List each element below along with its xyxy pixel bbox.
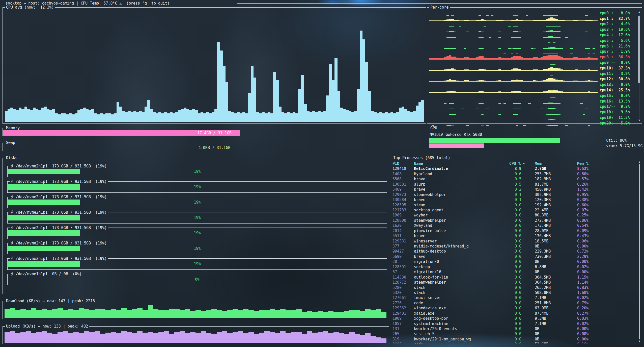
- disk-legend: /dev/nvme2n1p1 173.0GB / 931.5GB (19%): [10, 241, 108, 245]
- process-row[interactable]: 130584brave0.1120.3MB0.38%: [393, 197, 635, 202]
- process-name: nvidia-modeset/kthread_q: [414, 244, 505, 249]
- process-cpu: 0.0: [505, 239, 525, 244]
- process-row[interactable]: 5320slack0.0508.8MB1.60%: [393, 290, 635, 295]
- process-row[interactable]: 128772steamwebhelper0.0364.5MB1.14%: [393, 280, 635, 285]
- download-title: Download (KB/s) — now: 143 | peak: 2215: [5, 299, 96, 303]
- disk-box: /dev/nvme2n1p1 173.0GB / 931.5GB (19%)19…: [7, 210, 387, 224]
- process-pid: 1989: [393, 213, 414, 218]
- process-row[interactable]: 114330outlook-for-lin0.0364.5MB1.15%: [393, 275, 635, 280]
- scroll-down-icon[interactable]: ▼: [638, 340, 641, 343]
- process-mem: 51.6MB: [525, 342, 568, 343]
- process-row[interactable]: 5469brave0.2450.9MB1.42%: [393, 187, 635, 192]
- core-label: cpu1 ↓32.7%: [600, 16, 630, 21]
- core-sparkline: [429, 121, 598, 126]
- scroll-down-icon[interactable]: ▼: [637, 119, 641, 122]
- process-mem-pct: 0.00%: [568, 259, 635, 264]
- scroll-up-icon[interactable]: ▲: [638, 161, 641, 164]
- process-row[interactable]: 1057systemd-machine0.07.1MB0.02%: [393, 321, 635, 326]
- process-mem: 81.7MB: [525, 182, 568, 187]
- scrollbar-track[interactable]: [639, 164, 640, 339]
- process-pid: 121783: [393, 208, 414, 213]
- process-pid: 99427: [393, 249, 414, 254]
- process-cpu: 0.0: [505, 285, 525, 290]
- core-label: cpu11↓3.9%: [600, 71, 630, 76]
- core-sparkline: [429, 27, 598, 32]
- process-pid: 129073: [393, 192, 414, 197]
- scrollbar-thumb[interactable]: [638, 16, 640, 83]
- process-row[interactable]: 121783socktop_agent0.022.4MB0.07%: [393, 208, 635, 213]
- core-sparkline: [429, 115, 598, 120]
- disk-legend: /dev/nvme2n1p1 173.0GB / 931.5GB (19%): [10, 180, 108, 183]
- process-row[interactable]: 67migration/160.00B0.00%: [393, 269, 635, 275]
- process-mem: 302.9MB: [525, 192, 568, 197]
- process-row[interactable]: 1408Hyprland0.6255.7MB0.80%: [393, 171, 635, 177]
- process-row[interactable]: 129418RelicCardinal.e3.92.7GB8.53%: [393, 166, 635, 171]
- process-cpu: 0.5: [505, 177, 525, 182]
- core-label: cpu18↑9.6%: [600, 110, 630, 114]
- process-name: steamwebhelper: [414, 192, 505, 197]
- process-row[interactable]: 129073steamwebhelper0.1302.9MB0.95%: [393, 192, 635, 197]
- process-mem-pct: 0.02%: [568, 321, 635, 326]
- process-row[interactable]: 131kworker/26:0-events0.00B0.00%: [393, 326, 635, 331]
- process-name: socktop_agent: [414, 208, 505, 213]
- disk-usage-percent: 19%: [8, 215, 387, 220]
- process-pid: 129401: [393, 311, 414, 316]
- disk-box: /dev/nvme2n1p1 173.0GB / 931.5GB (19%)19…: [7, 257, 387, 270]
- desktop: { "colors": { "border": "#dde5ea", "text…: [0, 0, 644, 347]
- process-row[interactable]: 20migration/00.00B0.00%: [393, 259, 635, 264]
- process-row[interactable]: 5568brave0.5182.9MB0.57%: [393, 177, 635, 182]
- process-row[interactable]: 2726code0.0251.8MB0.79%: [393, 301, 635, 306]
- process-row[interactable]: 2683code0.051.6MB0.16%: [393, 342, 635, 343]
- process-row[interactable]: 128800steamwebhelper0.0272.4MB0.86%: [393, 218, 635, 223]
- process-mem-pct: 0.38%: [568, 197, 635, 202]
- process-row[interactable]: 130581slurp0.581.7MB0.26%: [393, 182, 635, 187]
- memory-panel: Memory 17.4GB / 31.1GB: [3, 126, 426, 136]
- process-row[interactable]: 129401xalia.exe0.087.4MB0.27%: [393, 311, 635, 316]
- process-row[interactable]: 1989waybar0.080.3MB0.25%: [393, 213, 635, 218]
- process-row[interactable]: 2014pipewire-pulse0.028.0MB0.09%: [393, 228, 635, 233]
- process-row[interactable]: 5511brave0.0136.4MB0.43%: [393, 233, 635, 238]
- process-row[interactable]: 265scsi_eh_50.00B0.00%: [393, 331, 635, 336]
- process-row[interactable]: 1909xdg-desktop-por0.09.3MB0.03%: [393, 316, 635, 321]
- core-label: cpu16↑13.5%: [600, 99, 630, 104]
- process-mem-pct: 0.25%: [568, 213, 635, 218]
- process-row[interactable]: 129362winedevice.exe0.063.0MB0.20%: [393, 306, 635, 311]
- core-row: cpu8 ↑86.3%: [429, 54, 634, 60]
- process-name: kworker/29:1-mm_percpu_wq: [414, 337, 505, 342]
- process-scrollbar[interactable]: ▲ ▼: [638, 161, 641, 343]
- process-mem: 87.4MB: [525, 311, 568, 316]
- col-mem-pct[interactable]: Mem %: [568, 161, 635, 166]
- core-row: cpu17--9.8%: [429, 104, 634, 110]
- process-row[interactable]: 377nvidia-modeset/kthread_q0.00B0.00%: [393, 244, 635, 249]
- process-row[interactable]: 5690brave0.0730.3MB2.29%: [393, 254, 635, 259]
- process-table-header[interactable]: PID Name CPU %• Mem Mem %: [393, 161, 635, 166]
- col-cpu[interactable]: CPU %•: [505, 161, 525, 166]
- process-row[interactable]: 5280slack0.0265.2MB0.83%: [393, 285, 635, 290]
- process-mem-pct: 0.00%: [568, 331, 635, 336]
- process-pid: 129331: [393, 239, 414, 244]
- process-row[interactable]: 128595steam0.0192.4MB0.60%: [393, 203, 635, 208]
- disk-legend: /dev/nvme2n1p1 173.0GB / 931.5GB (19%): [10, 164, 108, 168]
- col-mem[interactable]: Mem: [525, 161, 568, 166]
- scroll-up-icon[interactable]: ▲: [637, 11, 641, 14]
- process-row[interactable]: 128391socktop0.06.8MB0.02%: [393, 264, 635, 269]
- core-row: cpu15↓0.0%: [429, 93, 634, 98]
- process-cpu: 0.0: [505, 316, 525, 321]
- memory-meter: 17.4GB / 31.1GB: [3, 130, 426, 136]
- col-pid[interactable]: PID: [393, 161, 414, 166]
- core-label: cpu19↑11.5%: [600, 115, 630, 120]
- col-name[interactable]: Name: [414, 161, 505, 166]
- process-cpu: 0.0: [505, 275, 525, 280]
- cpu-avg-panel: CPU avg (now: 12.3%): [3, 6, 426, 124]
- process-row[interactable]: 127661tmux: server0.07.1MB0.02%: [393, 295, 635, 300]
- disk-legend: /dev/nvme2n1p1 173.0GB / 931.5GB (19%): [10, 257, 108, 260]
- process-row[interactable]: 319kworker/29:1-mm_percpu_wq0.00B0.00%: [393, 337, 635, 342]
- process-mem-pct: 0.02%: [568, 264, 635, 269]
- process-mem-pct: 0.07%: [568, 208, 635, 213]
- process-mem: 7.1MB: [525, 321, 568, 326]
- process-row[interactable]: 1620Xwayland0.0173.4MB0.54%: [393, 223, 635, 228]
- process-row[interactable]: 99427github-desktop0.0229.3MB0.72%: [393, 249, 635, 254]
- process-row[interactable]: 129331wineserver0.018.5MB0.06%: [393, 239, 635, 244]
- process-cpu: 0.0: [505, 228, 525, 233]
- per-core-scrollbar[interactable]: ▲ ▼: [637, 11, 641, 122]
